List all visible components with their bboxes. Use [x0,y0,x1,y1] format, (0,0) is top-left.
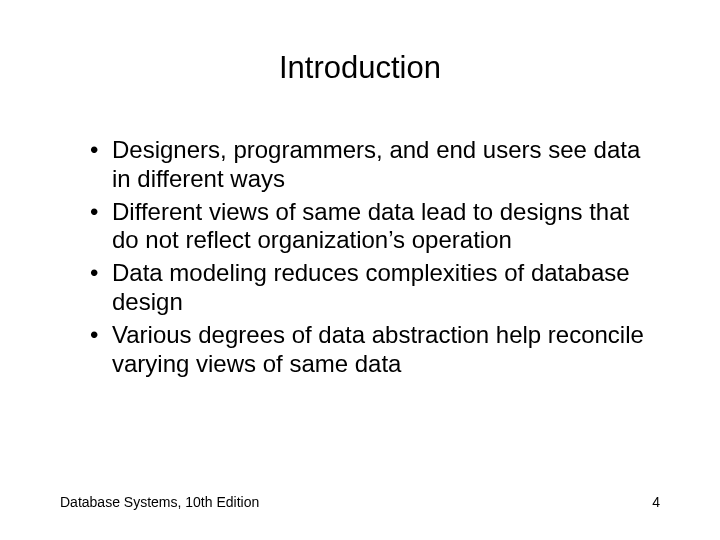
slide-title: Introduction [60,50,660,86]
page-number: 4 [652,494,660,510]
bullet-item: Data modeling reduces complexities of da… [90,259,660,317]
bullet-item: Designers, programmers, and end users se… [90,136,660,194]
slide-container: Introduction Designers, programmers, and… [0,0,720,540]
bullet-item: Different views of same data lead to des… [90,198,660,256]
bullet-list: Designers, programmers, and end users se… [60,136,660,378]
bullet-item: Various degrees of data abstraction help… [90,321,660,379]
footer-text: Database Systems, 10th Edition [60,494,259,510]
